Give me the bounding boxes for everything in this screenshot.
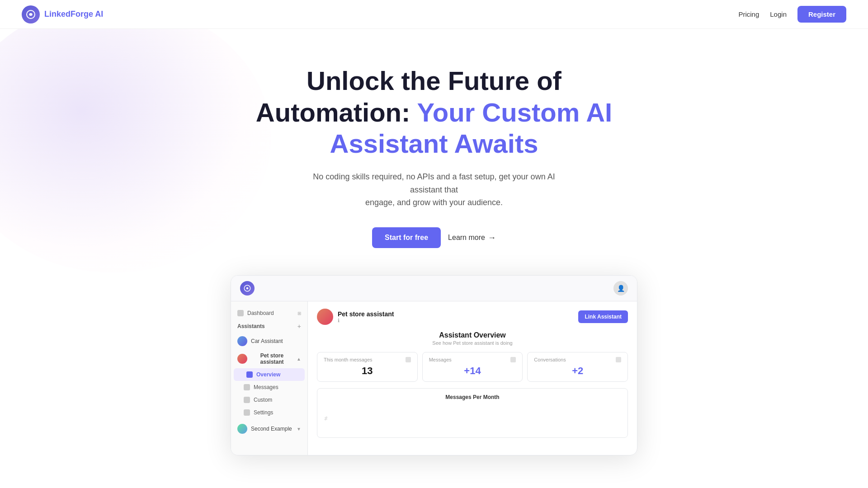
hero-buttons: Start for free Learn more → — [18, 227, 850, 248]
assistant-header: Pet store assistant ℹ Link Assistant — [317, 309, 628, 325]
stat-card-messages: This month messages 13 — [317, 352, 418, 382]
register-button[interactable]: Register — [797, 6, 846, 23]
brand-logo[interactable]: LinkedForge AI — [22, 5, 103, 23]
overview-title: Assistant Overview — [317, 331, 628, 339]
assistant-subtitle: ℹ — [338, 318, 394, 324]
navbar: LinkedForge AI Pricing Login Register — [0, 0, 868, 29]
assistants-section-label: Assistants — [237, 323, 265, 329]
stat-label-messages-count: Messages — [429, 357, 516, 362]
chart-bars — [332, 405, 352, 432]
stat-label-conversations: Conversations — [534, 357, 621, 362]
sidebar-sub-settings[interactable]: Settings — [231, 406, 307, 419]
stat-value-messages-count: +14 — [429, 365, 516, 377]
assistant-title-row: Pet store assistant ℹ — [317, 309, 394, 325]
assistant-main-avatar — [317, 309, 333, 325]
second-example-avatar — [237, 424, 247, 434]
stat-value-conversations: +2 — [534, 365, 621, 377]
sidebar-sub-messages[interactable]: Messages — [231, 381, 307, 394]
brand-name: LinkedForge AI — [44, 9, 103, 19]
add-assistant-icon[interactable]: + — [297, 323, 301, 330]
dashboard-body: Dashboard ⊞ Assistants + Car Assistant — [231, 301, 637, 455]
chart-section: Messages Per Month % — [317, 388, 628, 438]
sidebar-item-pet-assistant[interactable]: Pet store assistant ▲ — [231, 349, 307, 368]
chart-container: % — [324, 405, 621, 432]
svg-point-3 — [246, 287, 249, 290]
car-assistant-avatar — [237, 336, 247, 346]
dashboard-icon — [237, 310, 244, 316]
messages-icon — [244, 384, 250, 390]
login-link[interactable]: Login — [770, 10, 787, 18]
sidebar-sub-custom[interactable]: Custom — [231, 394, 307, 406]
stat-icon-messages — [406, 357, 411, 362]
sidebar-item-car-assistant[interactable]: Car Assistant — [231, 333, 307, 349]
overview-icon — [246, 371, 253, 378]
pet-assistant-label: Pet store assistant — [251, 352, 293, 365]
dashboard-user-avatar: 👤 — [613, 281, 628, 296]
dashboard-logo-icon — [240, 281, 255, 296]
assistant-name: Pet store assistant — [338, 310, 394, 318]
pricing-link[interactable]: Pricing — [738, 10, 759, 18]
stat-icon-messages-count — [510, 357, 516, 362]
chart-y-label: % — [324, 405, 328, 432]
overview-subtitle: See how Pet store assistant is doing — [317, 340, 628, 346]
link-assistant-button[interactable]: Link Assistant — [578, 310, 628, 323]
stat-value-messages: 13 — [324, 365, 411, 377]
svg-point-1 — [29, 13, 32, 16]
learn-more-button[interactable]: Learn more → — [448, 233, 496, 243]
sidebar-item-dashboard[interactable]: Dashboard ⊞ — [231, 307, 307, 319]
nav-actions: Pricing Login Register — [738, 6, 846, 23]
second-example-label: Second Example — [251, 426, 292, 432]
stat-card-messages-count: Messages +14 — [422, 352, 523, 382]
hero-headline: Unlock the Future of Automation: Your Cu… — [18, 65, 850, 160]
dashboard-icon-grid: ⊞ — [297, 311, 301, 316]
hero-content: Unlock the Future of Automation: Your Cu… — [18, 65, 850, 248]
stat-label-messages: This month messages — [324, 357, 411, 362]
hero-section: Unlock the Future of Automation: Your Cu… — [0, 29, 868, 483]
chart-title: Messages Per Month — [324, 394, 621, 400]
dashboard-topbar: 👤 — [231, 276, 637, 301]
sidebar-item-second-example[interactable]: Second Example ▼ — [231, 421, 307, 437]
info-icon: ℹ — [338, 318, 340, 324]
dashboard-main-content: Pet store assistant ℹ Link Assistant Ass… — [308, 301, 637, 455]
settings-icon — [244, 409, 250, 416]
collapse-icon: ▲ — [297, 357, 301, 361]
dashboard-sidebar: Dashboard ⊞ Assistants + Car Assistant — [231, 301, 308, 455]
sidebar-sub-overview[interactable]: Overview — [234, 368, 305, 381]
second-collapse-icon: ▼ — [297, 427, 301, 432]
car-assistant-label: Car Assistant — [251, 338, 283, 344]
stat-card-conversations: Conversations +2 — [527, 352, 628, 382]
stat-icon-conversations — [616, 357, 621, 362]
custom-icon — [244, 397, 250, 403]
dashboard-preview: 👤 Dashboard ⊞ Assistants + Car Assist — [231, 275, 637, 455]
logo-icon — [22, 5, 40, 23]
arrow-icon: → — [488, 233, 496, 243]
assistant-name-block: Pet store assistant ℹ — [338, 310, 394, 324]
stats-row: This month messages 13 Messages +14 — [317, 352, 628, 382]
start-for-free-button[interactable]: Start for free — [372, 227, 441, 248]
hero-subtitle: No coding skills required, no APIs and a… — [298, 170, 570, 209]
pet-assistant-avatar — [237, 354, 247, 364]
